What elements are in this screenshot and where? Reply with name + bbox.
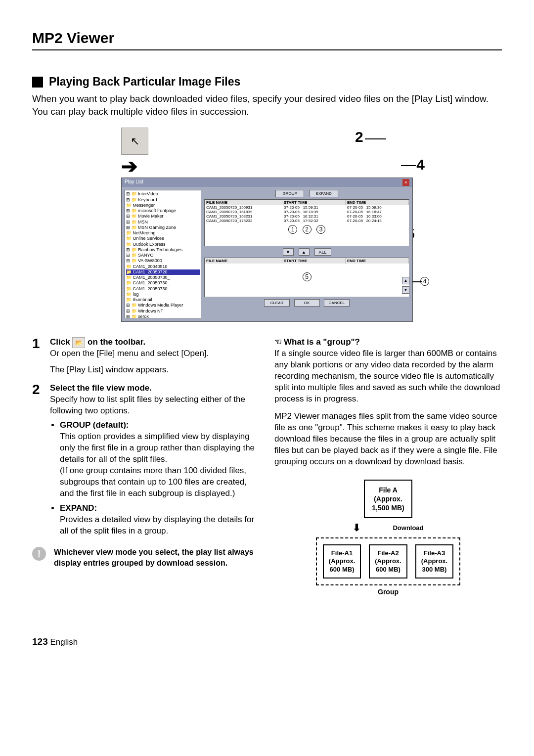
tree-item[interactable]: ⊞ 📁 InterVideo xyxy=(126,191,200,197)
section-heading: Playing Back Particular Image Files xyxy=(49,75,240,89)
left-column: 1 Click 📂 on the toolbar. Or open the [F… xyxy=(32,337,260,597)
section-header: Playing Back Particular Image Files xyxy=(32,75,502,89)
page-title: MP2 Viewer xyxy=(32,30,502,50)
step-2-head: Select the file view mode. xyxy=(50,383,260,394)
file-a2-box: File-A2(Approx.600 MB) xyxy=(369,544,407,578)
expand-button[interactable]: EXPAND xyxy=(310,190,338,197)
right-column: ☞What is a "group"? If a single source v… xyxy=(274,337,502,597)
file-row[interactable]: CAM1_20050720_17523207-20-05 17:52:3207-… xyxy=(205,219,409,223)
arrow-icon: ➔ xyxy=(121,155,413,178)
tree-item[interactable]: 📁 CAM1_20050730_ xyxy=(126,286,200,292)
option-group: GROUP (default): This option provides a … xyxy=(60,420,260,499)
remove-up-button[interactable]: ▲ xyxy=(299,248,310,256)
hint-heading: ☞What is a "group"? xyxy=(274,337,502,348)
download-arrow-icon: ⬇ xyxy=(353,521,361,534)
step-1: 1 Click 📂 on the toolbar. Or open the [F… xyxy=(32,337,260,376)
square-bullet-icon xyxy=(32,77,43,88)
add-down-button[interactable]: ▼ xyxy=(283,248,294,256)
tree-item[interactable]: ⊞ 📁 Windows NT xyxy=(126,309,200,314)
group-button[interactable]: GROUP xyxy=(275,190,304,197)
tree-item[interactable]: 📁 NetMeeting xyxy=(126,230,200,236)
all-button[interactable]: ALL xyxy=(314,248,331,256)
hint-icon: ☞ xyxy=(274,337,282,348)
tree-item[interactable]: 📁 CAM1_20050730_ xyxy=(126,280,200,286)
col-start: START TIME xyxy=(282,200,346,205)
file-a-box: File A (Approx. 1,500 MB) xyxy=(364,480,412,519)
tree-item[interactable]: 📁 log xyxy=(126,292,200,297)
step-1-p2: The [Play List] window appears. xyxy=(50,364,209,376)
tree-item[interactable]: ⊞ 📁 Keyboard xyxy=(126,197,200,203)
option-group-body: This option provides a simplified view b… xyxy=(60,431,260,499)
file-a3-box: File-A3(Approx.300 MB) xyxy=(415,544,453,578)
tree-item[interactable]: ⊟ 📁 SANYO xyxy=(126,253,200,258)
caution-icon: ! xyxy=(32,547,46,561)
playlist-titlebar: Play List × xyxy=(122,178,412,187)
step-2: 2 Select the file view mode. Specify how… xyxy=(32,383,260,540)
option-expand-head: EXPAND: xyxy=(60,503,260,514)
tree-item[interactable]: 📁 Messenger xyxy=(126,203,200,208)
tree-item[interactable]: 📁 Online Services xyxy=(126,236,200,241)
group-label: Group xyxy=(378,587,399,597)
option-expand-body: Provides a detailed view by displaying t… xyxy=(60,514,260,537)
hint-p2: MP2 Viewer manages files split from the … xyxy=(274,411,502,468)
tree-item[interactable]: ⊞ 📁 Movie Maker xyxy=(126,214,200,219)
tree-item[interactable]: 📁 thumbnail xyxy=(126,297,200,303)
group-box: File-A1(Approx.600 MB) File-A2(Approx.60… xyxy=(316,537,460,585)
folder-tree[interactable]: ⊞ 📁 InterVideo⊞ 📁 Keyboard 📁 Messenger⊞ … xyxy=(125,190,201,318)
group-diagram: File A (Approx. 1,500 MB) ⬇ Download Fil… xyxy=(274,480,502,597)
tree-item[interactable]: ⊞ 📁 microsoft frontpage xyxy=(126,208,200,214)
tree-item[interactable]: 📁 CAM1_20040510 xyxy=(126,264,200,269)
step-1-p1: Or open the [File] menu and select [Open… xyxy=(50,348,209,359)
col-start2: START TIME xyxy=(282,258,346,264)
step-2-p1: Specify how to list split files by selec… xyxy=(50,394,260,417)
circle-2: 2 xyxy=(303,225,312,234)
tree-item[interactable]: ⊞ 📁 Rainbow Technologies xyxy=(126,247,200,253)
step-1-number: 1 xyxy=(32,337,43,376)
circle-3: 3 xyxy=(316,225,325,234)
cursor-icon: ↖ xyxy=(121,128,148,155)
option-expand: EXPAND: Provides a detailed view by disp… xyxy=(60,503,260,537)
file-row[interactable]: CAM1_20050720_15593107-20-05 15:59:3107-… xyxy=(205,205,409,210)
page-footer: 123 English xyxy=(32,636,502,647)
hint-p1: If a single source video file is larger … xyxy=(274,348,502,405)
playlist-window: Play List × ⊞ 📁 InterVideo⊞ 📁 Keyboard 📁… xyxy=(121,178,413,322)
content-columns: 1 Click 📂 on the toolbar. Or open the [F… xyxy=(32,337,502,597)
tree-item[interactable]: 📁 Outlook Express xyxy=(126,242,200,247)
step-2-number: 2 xyxy=(32,383,43,540)
circle-5: 5 xyxy=(303,272,312,281)
tree-item[interactable]: ⊞ 📁 MSN Gaming Zone xyxy=(126,225,200,230)
file-row[interactable]: CAM1_20050720_16183907-20-05 16:18:3907-… xyxy=(205,210,409,214)
tree-item[interactable]: ⊞ 📁 Windows Media Player xyxy=(126,303,200,308)
circle-1: 1 xyxy=(288,225,297,234)
tree-item[interactable]: 📁 CAM1_20050720 xyxy=(126,269,200,275)
clear-button[interactable]: CLEAR xyxy=(264,299,290,307)
open-icon: 📂 xyxy=(72,337,85,348)
file-a1-box: File-A1(Approx.600 MB) xyxy=(323,544,361,578)
tree-item[interactable]: ⊞ 📁 xerox xyxy=(126,314,200,319)
file-list-top[interactable]: FILE NAME START TIME END TIME CAM1_20050… xyxy=(204,199,409,246)
option-group-head: GROUP (default): xyxy=(60,420,260,431)
tree-item[interactable]: ⊞ 📁 MSN xyxy=(126,220,200,225)
close-icon[interactable]: × xyxy=(402,179,409,186)
move-up-button[interactable]: ▲ xyxy=(402,277,409,284)
note: ! Whichever view mode you select, the pl… xyxy=(32,547,260,568)
playlist-title: Play List xyxy=(125,179,143,186)
download-label: Download xyxy=(393,524,423,533)
step-1-head: Click 📂 on the toolbar. xyxy=(50,337,209,348)
tree-item[interactable]: 📁 CAM1_20050730_ xyxy=(126,275,200,280)
col-file: FILE NAME xyxy=(205,200,282,205)
col-file2: FILE NAME xyxy=(205,258,282,264)
file-row[interactable]: CAM1_20050720_16323107-20-05 16:32:3107-… xyxy=(205,214,409,219)
callout-4: 4 xyxy=(416,156,425,173)
col-end: END TIME xyxy=(346,200,409,205)
playlist-figure: ↖ ➔ 2 3 4 5 Play List × ⊞ 📁 InterVideo⊞ … xyxy=(32,128,502,322)
cancel-button[interactable]: CANCEL xyxy=(324,299,350,307)
file-list-bottom[interactable]: FILE NAME START TIME END TIME 5 xyxy=(204,258,409,297)
note-text: Whichever view mode you select, the play… xyxy=(54,547,260,568)
tree-item[interactable]: ⊟ 📁 VA-SW8000 xyxy=(126,258,200,264)
col-end2: END TIME xyxy=(346,258,409,264)
ok-button[interactable]: OK xyxy=(294,299,320,307)
callout-2: 2 xyxy=(355,129,363,145)
section-intro: When you want to play back downloaded vi… xyxy=(32,92,502,118)
move-down-button[interactable]: ▼ xyxy=(402,286,409,294)
